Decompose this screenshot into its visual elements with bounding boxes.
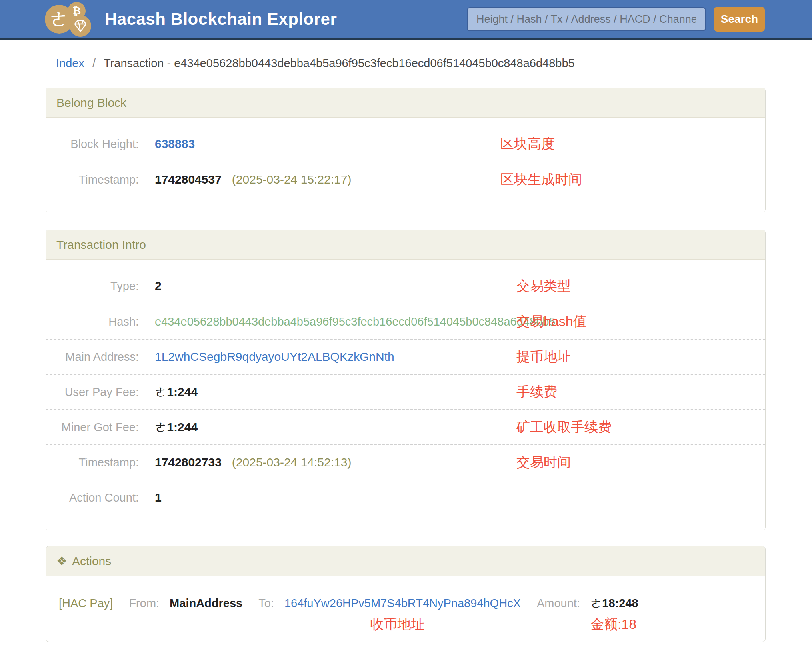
tx-type-value: 2: [155, 279, 162, 293]
tx-miner-got-fee-annotation: 矿工收取手续费: [516, 418, 612, 436]
tx-user-pay-fee-label: User Pay Fee:: [46, 386, 139, 399]
action-row-hac-pay: [HAC Pay] From: MainAddress To: 164fuYw2…: [46, 576, 765, 633]
tx-user-pay-fee-value: ㄜ1:244: [155, 384, 198, 400]
actions-diamond-icon: ❖: [56, 554, 67, 568]
block-timestamp-label: Timestamp:: [46, 173, 139, 186]
tx-action-count-row: Action Count: 1: [46, 480, 765, 515]
tx-hash-annotation: 交易hash值: [516, 312, 587, 331]
block-height-row: Block Height: 638883 区块高度: [46, 126, 765, 162]
breadcrumb-index-link[interactable]: Index: [56, 57, 84, 70]
tx-type-label: Type:: [46, 280, 139, 293]
breadcrumb-separator: /: [92, 57, 96, 70]
tx-hash-value: e434e05628bb0443debba4b5a96f95c3fecb16ec…: [155, 315, 556, 328]
tx-hash-label: Hash:: [46, 315, 139, 328]
tx-type-annotation: 交易类型: [516, 277, 571, 295]
block-timestamp-row: Timestamp: 1742804537 (2025-03-24 15:22:…: [46, 162, 765, 197]
belong-block-header: Belong Block: [46, 88, 765, 118]
block-height-label: Block Height:: [46, 138, 139, 151]
tx-user-pay-fee-annotation: 手续费: [516, 383, 557, 401]
transaction-intro-header: Transaction Intro: [46, 230, 765, 260]
tx-miner-got-fee-value: ㄜ1:244: [155, 419, 198, 436]
action-type-tag: [HAC Pay]: [59, 595, 113, 611]
transaction-intro-title: Transaction Intro: [56, 238, 146, 252]
actions-title: Actions: [72, 554, 111, 568]
tx-hash-row: Hash: e434e05628bb0443debba4b5a96f95c3fe…: [46, 304, 765, 339]
tx-miner-got-fee-label: Miner Got Fee:: [46, 421, 139, 434]
block-height-link[interactable]: 638883: [155, 137, 195, 151]
tx-action-count-value: 1: [155, 491, 162, 504]
diamond-icon: [72, 19, 88, 33]
tx-main-address-annotation: 提币地址: [516, 348, 571, 366]
tx-type-row: Type: 2 交易类型: [46, 268, 765, 304]
search-button[interactable]: Search: [714, 7, 765, 32]
diamond-coin-circle: [70, 15, 91, 37]
action-amount-label: Amount:: [537, 595, 580, 611]
breadcrumb-current: Transaction - e434e05628bb0443debba4b5a9…: [104, 57, 575, 70]
tx-timestamp-annotation: 交易时间: [516, 453, 571, 472]
action-from-value: MainAddress: [170, 595, 242, 611]
action-amount-value: ㄜ18:248: [590, 595, 638, 611]
block-timestamp-value: 1742804537: [155, 173, 222, 186]
block-timestamp-datetime: (2025-03-24 15:22:17): [232, 173, 352, 186]
hac-symbol-icon: ㄜ: [50, 7, 69, 32]
tx-main-address-link[interactable]: 1L2whCSegbR9qdyayoUYt2ALBQKzkGnNth: [155, 350, 394, 364]
tx-main-address-label: Main Address:: [46, 350, 139, 364]
tx-timestamp-value: 1742802733: [155, 456, 222, 469]
actions-panel: ❖ Actions [HAC Pay] From: MainAddress To…: [46, 546, 766, 642]
tx-timestamp-row: Timestamp: 1742802733 (2025-03-24 14:52:…: [46, 444, 765, 480]
tx-user-pay-fee-row: User Pay Fee: ㄜ1:244 手续费: [46, 374, 765, 409]
block-timestamp-annotation: 区块生成时间: [500, 170, 582, 189]
action-amount-annotation: 金额:18: [590, 615, 636, 633]
transaction-intro-panel: Transaction Intro Type: 2 交易类型 Hash: e43…: [46, 230, 766, 530]
tx-action-count-label: Action Count:: [46, 491, 139, 504]
tx-timestamp-datetime: (2025-03-24 14:52:13): [232, 456, 352, 469]
block-height-annotation: 区块高度: [500, 135, 555, 153]
tx-miner-got-fee-row: Miner Got Fee: ㄜ1:244 矿工收取手续费: [46, 409, 765, 444]
app-header: ㄜ ₿ Hacash Blockchain Explorer Search: [0, 0, 812, 40]
breadcrumb: Index / Transaction - e434e05628bb0443de…: [56, 57, 812, 70]
search-bar: Search: [467, 7, 765, 32]
tx-timestamp-label: Timestamp:: [46, 456, 139, 469]
belong-block-panel: Belong Block Block Height: 638883 区块高度 T…: [46, 88, 766, 212]
actions-header: ❖ Actions: [46, 546, 765, 576]
action-to-label: To:: [258, 595, 274, 611]
action-to-address-link[interactable]: 164fuYw26HPv5M7S4bRT4NyPna894hQHcX: [284, 595, 521, 611]
action-from-label: From:: [129, 595, 159, 611]
search-input[interactable]: [467, 7, 706, 31]
action-to-annotation: 收币地址: [370, 615, 424, 633]
page-title: Hacash Blockchain Explorer: [105, 10, 337, 29]
belong-block-title: Belong Block: [56, 96, 126, 110]
app-logo[interactable]: ㄜ ₿: [45, 2, 94, 36]
tx-main-address-row: Main Address: 1L2whCSegbR9qdyayoUYt2ALBQ…: [46, 339, 765, 374]
